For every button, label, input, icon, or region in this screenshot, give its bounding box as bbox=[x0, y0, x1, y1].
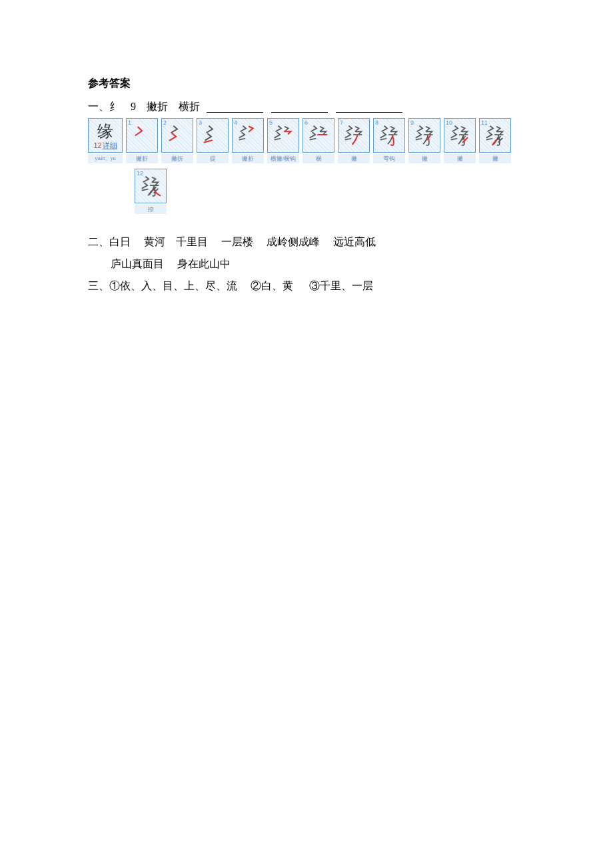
stroke-glyph-icon bbox=[306, 121, 331, 150]
q1-text: 一、纟 9 撇折 横折 bbox=[88, 100, 200, 114]
stroke-box: 6 横 bbox=[303, 118, 334, 163]
detail-link[interactable]: 详细 bbox=[103, 141, 117, 149]
stroke-box: 9 撇 bbox=[408, 118, 440, 163]
blank-line bbox=[207, 101, 263, 113]
blank-line bbox=[336, 101, 402, 113]
blank-line bbox=[271, 101, 328, 113]
main-pinyin: yuán、yu bbox=[88, 154, 123, 163]
stroke-glyph-icon bbox=[165, 121, 190, 150]
stroke-box: 5 横撇/横钩 bbox=[267, 118, 299, 163]
stroke-order-grid: 缘 12详细 yuán、yu 1 撇折 2 bbox=[88, 118, 521, 219]
stroke-label: 撇 bbox=[338, 154, 370, 163]
stroke-glyph-icon bbox=[200, 121, 225, 150]
stroke-label: 提 bbox=[197, 154, 229, 163]
main-char: 缘 bbox=[97, 121, 113, 142]
stroke-glyph-icon bbox=[129, 121, 155, 150]
stroke-glyph-icon bbox=[235, 121, 261, 150]
stroke-glyph-icon bbox=[271, 121, 296, 150]
stroke-num: 12 bbox=[137, 170, 143, 177]
stroke-num: 3 bbox=[199, 119, 202, 126]
stroke-box: 1 撇折 bbox=[126, 118, 158, 163]
q2-line1: 二、白日 黄河 千里目 一层楼 成岭侧成峰 远近高低 bbox=[88, 231, 526, 253]
stroke-label: 撇折 bbox=[161, 154, 193, 163]
stroke-num: 8 bbox=[375, 119, 378, 126]
stroke-label: 撇折 bbox=[232, 154, 264, 163]
stroke-frame: 缘 12详细 bbox=[88, 118, 123, 153]
stroke-glyph-icon bbox=[376, 121, 402, 150]
stroke-box: 7 撇 bbox=[338, 118, 370, 163]
stroke-num: 1 bbox=[128, 119, 131, 126]
stroke-num: 11 bbox=[481, 119, 488, 126]
q3-line: 三、①依、入、目、上、尽、流 ②白、黄 ③千里、一层 bbox=[88, 275, 526, 297]
stroke-num: 9 bbox=[410, 119, 414, 126]
stroke-glyph-icon bbox=[412, 121, 437, 150]
stroke-num: 4 bbox=[234, 119, 237, 126]
stroke-label: 弯钩 bbox=[373, 154, 405, 163]
stroke-box: 10 撇 bbox=[444, 118, 476, 163]
stroke-num: 6 bbox=[305, 119, 308, 126]
stroke-label: 横撇/横钩 bbox=[267, 154, 299, 163]
stroke-label: 撇 bbox=[479, 154, 511, 163]
stroke-label: 横 bbox=[303, 154, 334, 163]
answer-heading: 参考答案 bbox=[88, 77, 526, 91]
stroke-box: 3 提 bbox=[197, 118, 229, 163]
stroke-num: 2 bbox=[163, 119, 167, 126]
stroke-label: 捺 bbox=[135, 205, 167, 214]
stroke-box: 12 捺 bbox=[135, 169, 167, 214]
stroke-box: 4 撇折 bbox=[232, 118, 264, 163]
stroke-label: 撇 bbox=[444, 154, 476, 163]
stroke-num: 10 bbox=[446, 119, 452, 126]
stroke-num: 5 bbox=[269, 119, 273, 126]
stroke-label: 撇折 bbox=[126, 154, 158, 163]
stroke-glyph-icon bbox=[341, 121, 366, 150]
stroke-box: 11 撇 bbox=[479, 118, 511, 163]
stroke-box: 2 撇折 bbox=[161, 118, 193, 163]
stroke-box-main: 缘 12详细 yuán、yu bbox=[88, 118, 123, 163]
stroke-label: 撇 bbox=[408, 154, 440, 163]
stroke-num: 7 bbox=[340, 119, 343, 126]
main-stroke-count: 12 bbox=[93, 141, 101, 149]
stroke-box: 8 弯钩 bbox=[373, 118, 405, 163]
q2-line2: 庐山真面目 身在此山中 bbox=[111, 253, 526, 275]
